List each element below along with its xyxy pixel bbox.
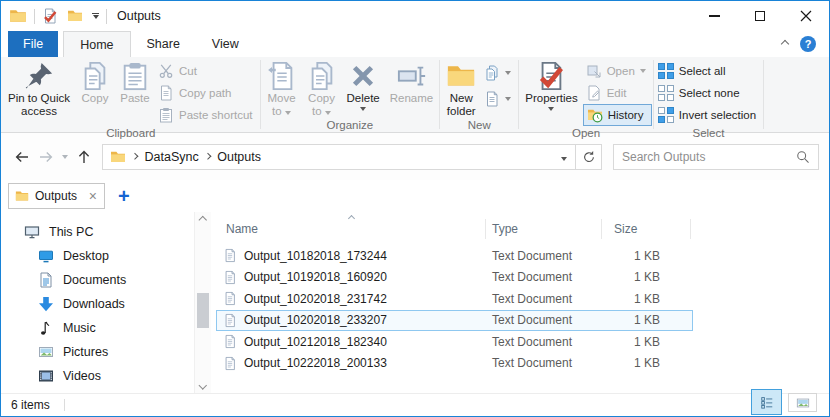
folder-tab-outputs[interactable]: Outputs × bbox=[8, 183, 105, 209]
properties-label: Properties bbox=[525, 92, 577, 105]
table-row[interactable]: Output_10202018_231742 Text Document 1 K… bbox=[216, 288, 693, 310]
move-to-button[interactable]: Move to bbox=[262, 59, 302, 118]
tab-share[interactable]: Share bbox=[131, 31, 196, 57]
sidebar-item-label: Documents bbox=[63, 273, 126, 287]
copy-path-label: Copy path bbox=[179, 87, 231, 99]
column-headers: Name Type Size bbox=[216, 216, 829, 242]
tab-home[interactable]: Home bbox=[63, 31, 130, 57]
forward-button[interactable] bbox=[34, 144, 58, 170]
search-icon[interactable] bbox=[796, 150, 810, 164]
table-row-selected[interactable]: Output_10202018_233207 Text Document 1 K… bbox=[216, 310, 693, 332]
pin-label-line1: Pin to Quick bbox=[8, 92, 70, 105]
edit-button[interactable]: Edit bbox=[583, 82, 652, 104]
sidebar-item-videos[interactable]: Videos bbox=[1, 364, 216, 388]
sidebar-item-desktop[interactable]: Desktop bbox=[1, 244, 216, 268]
titlebar-separator bbox=[106, 9, 107, 24]
text-file-icon bbox=[223, 313, 237, 328]
refresh-button[interactable] bbox=[576, 144, 602, 170]
breadcrumb-datasync[interactable]: DataSync bbox=[145, 150, 199, 164]
large-icons-view-button[interactable] bbox=[788, 393, 817, 412]
tab-view[interactable]: View bbox=[196, 31, 255, 57]
properties-icon bbox=[536, 61, 566, 91]
copy-to-button[interactable]: Copy to bbox=[302, 59, 342, 118]
sidebar-item-this-pc[interactable]: This PC bbox=[1, 220, 216, 244]
maximize-button[interactable] bbox=[737, 1, 783, 31]
open-button[interactable]: Open bbox=[583, 60, 652, 82]
select-none-button[interactable]: Select none bbox=[655, 82, 762, 104]
close-button[interactable] bbox=[783, 1, 829, 31]
up-button[interactable] bbox=[72, 144, 96, 170]
chevron-down-icon bbox=[325, 111, 331, 115]
group-label-select: Select bbox=[655, 126, 762, 140]
breadcrumb-outputs[interactable]: Outputs bbox=[217, 150, 261, 164]
cut-button[interactable]: Cut bbox=[155, 60, 259, 82]
copy-path-button[interactable]: Copy path bbox=[155, 82, 259, 104]
table-row[interactable]: Output_10182018_173244 Text Document 1 K… bbox=[216, 245, 693, 267]
table-row[interactable]: Output_10212018_182340 Text Document 1 K… bbox=[216, 331, 693, 353]
properties-button[interactable]: Properties bbox=[520, 59, 582, 111]
move-to-label-line2: to bbox=[272, 105, 291, 118]
file-size: 1 KB bbox=[602, 292, 691, 306]
pin-label-line2: access bbox=[21, 105, 57, 118]
group-label-new: New bbox=[441, 118, 517, 132]
search-input[interactable] bbox=[614, 150, 788, 164]
tab-folder-icon bbox=[15, 189, 29, 203]
select-all-button[interactable]: Select all bbox=[655, 60, 762, 82]
edit-label: Edit bbox=[607, 87, 627, 99]
invert-selection-button[interactable]: Invert selection bbox=[655, 104, 762, 126]
file-type: Text Document bbox=[486, 313, 602, 327]
sidebar-item-downloads[interactable]: Downloads bbox=[1, 292, 216, 316]
address-dropdown-button[interactable] bbox=[561, 150, 567, 164]
address-bar[interactable]: DataSync Outputs bbox=[102, 144, 576, 170]
paste-button[interactable]: Paste bbox=[115, 59, 155, 105]
minimize-button[interactable] bbox=[691, 1, 737, 31]
scroll-down-arrow[interactable] bbox=[199, 381, 207, 389]
chevron-down-icon bbox=[62, 155, 68, 159]
tab-file[interactable]: File bbox=[8, 31, 58, 57]
pictures-icon bbox=[38, 344, 54, 360]
new-tab-button[interactable]: + bbox=[118, 187, 130, 205]
qat-new-folder-button[interactable] bbox=[67, 8, 83, 24]
invert-selection-icon bbox=[658, 107, 674, 123]
recent-locations-button[interactable] bbox=[58, 155, 72, 159]
delete-button[interactable]: Delete bbox=[342, 59, 385, 111]
scroll-up-arrow[interactable] bbox=[199, 216, 207, 224]
rename-button[interactable]: Rename bbox=[385, 59, 438, 105]
tab-close-button[interactable]: × bbox=[89, 190, 97, 202]
copy-label: Copy bbox=[82, 92, 109, 105]
sidebar-item-label: This PC bbox=[49, 225, 93, 239]
paste-shortcut-button[interactable]: Paste shortcut bbox=[155, 104, 259, 126]
help-button[interactable]: ? bbox=[800, 36, 816, 52]
table-row[interactable]: Output_10222018_200133 Text Document 1 K… bbox=[216, 353, 693, 375]
sidebar-item-music[interactable]: Music bbox=[1, 316, 216, 340]
sidebar-item-documents[interactable]: Documents bbox=[1, 268, 216, 292]
folder-tab-label: Outputs bbox=[35, 189, 77, 203]
qat-properties-button[interactable] bbox=[42, 8, 58, 24]
new-item-button[interactable] bbox=[481, 62, 517, 84]
collapse-ribbon-button[interactable] bbox=[781, 40, 789, 48]
sidebar-scrollbar[interactable] bbox=[194, 212, 211, 393]
navigation-pane: This PC Desktop Documents Downloads Musi… bbox=[1, 212, 216, 393]
history-button[interactable]: History bbox=[583, 104, 652, 126]
sidebar-item-label: Videos bbox=[63, 369, 101, 383]
column-header-size[interactable]: Size bbox=[602, 219, 691, 239]
text-file-icon bbox=[223, 334, 237, 349]
sidebar-item-pictures[interactable]: Pictures bbox=[1, 340, 216, 364]
scrollbar-thumb[interactable] bbox=[197, 293, 209, 328]
column-header-type[interactable]: Type bbox=[486, 219, 602, 239]
file-name: Output_10222018_200133 bbox=[244, 356, 387, 370]
documents-icon bbox=[38, 272, 54, 288]
details-view-button[interactable] bbox=[751, 389, 782, 415]
back-button[interactable] bbox=[10, 144, 34, 170]
copy-button[interactable]: Copy bbox=[75, 59, 115, 105]
chevron-down-icon bbox=[285, 111, 291, 115]
group-label-clipboard: Clipboard bbox=[3, 126, 259, 140]
table-row[interactable]: Output_10192018_160920 Text Document 1 K… bbox=[216, 267, 693, 289]
ribbon-group-organize: Move to Copy to Delete Rename bbox=[262, 57, 439, 132]
file-size: 1 KB bbox=[602, 313, 691, 327]
new-folder-button[interactable]: New folder bbox=[441, 59, 481, 118]
easy-access-button[interactable] bbox=[481, 88, 517, 110]
move-to-label-line1: Move bbox=[267, 92, 295, 105]
qat-customize-button[interactable] bbox=[92, 13, 99, 19]
pin-to-quick-access-button[interactable]: Pin to Quick access bbox=[3, 59, 75, 118]
